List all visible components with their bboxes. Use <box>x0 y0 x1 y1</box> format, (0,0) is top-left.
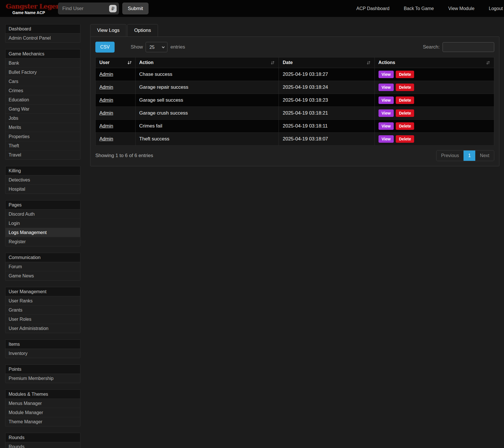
sidebar-item-forum[interactable]: Forum <box>5 262 80 271</box>
entries-summary: Showing 1 to 6 of 6 entries <box>95 153 153 159</box>
tab-options[interactable]: Options <box>127 24 158 36</box>
sidebar-item-bullet-factory[interactable]: Bullet Factory <box>5 68 80 77</box>
action-cell: Garage crush success <box>135 107 279 120</box>
logo[interactable]: Gangster Legends Game Name ACP <box>6 2 52 15</box>
previous-page-button[interactable]: Previous <box>437 150 464 161</box>
sidebar-item-user-roles[interactable]: User Roles <box>5 315 80 324</box>
sidebar-item-login[interactable]: Login <box>5 219 80 228</box>
points-icon: ₽ <box>109 5 117 12</box>
date-cell: 2025-04-19 03:18:11 <box>279 120 374 133</box>
csv-export-button[interactable]: CSV <box>95 42 115 53</box>
actions-cell: ViewDelete <box>374 107 494 120</box>
delete-button[interactable]: Delete <box>396 122 414 130</box>
view-button[interactable]: View <box>379 122 394 130</box>
view-button[interactable]: View <box>379 109 394 117</box>
table-header-row: User <box>96 57 494 68</box>
sidebar-item-discord-auth[interactable]: Discord Auth <box>5 210 80 219</box>
delete-button[interactable]: Delete <box>396 84 414 91</box>
date-cell: 2025-04-19 03:18:27 <box>279 68 374 81</box>
submit-button[interactable]: Submit <box>122 3 148 14</box>
sidebar-section-title: Dashboard <box>5 24 80 34</box>
sidebar-item-user-administration[interactable]: User Administration <box>5 324 80 333</box>
sidebar-item-theme-manager[interactable]: Theme Manager <box>5 417 80 426</box>
sidebar-item-grants[interactable]: Grants <box>5 306 80 315</box>
sidebar-item-crimes[interactable]: Crimes <box>5 86 80 95</box>
delete-button[interactable]: Delete <box>396 109 414 117</box>
search-input[interactable] <box>443 42 494 52</box>
user-cell: Admin <box>96 133 136 146</box>
table-row: AdminChase success2025-04-19 03:18:27Vie… <box>96 68 494 81</box>
page-size-select-wrap: 25 <box>146 42 167 52</box>
column-label: Actions <box>379 60 395 65</box>
user-link[interactable]: Admin <box>99 72 113 77</box>
column-header-action[interactable]: Action <box>135 57 279 68</box>
sidebar-section-title: Killing <box>5 166 80 175</box>
action-cell: Chase success <box>135 68 279 81</box>
sidebar-item-theft[interactable]: Theft <box>5 141 80 150</box>
sidebar-item-travel[interactable]: Travel <box>5 150 80 159</box>
sidebar-section-communication: CommunicationForumGame News <box>5 253 80 281</box>
user-cell: Admin <box>96 68 136 81</box>
column-header-date[interactable]: Date <box>279 57 374 68</box>
sidebar-item-rounds[interactable]: Rounds <box>5 442 80 448</box>
user-link[interactable]: Admin <box>99 110 113 116</box>
sidebar-item-game-news[interactable]: Game News <box>5 271 80 280</box>
sidebar-item-admin-control-panel[interactable]: Admin Control Panel <box>5 34 80 43</box>
sidebar-item-cars[interactable]: Cars <box>5 77 80 86</box>
user-link[interactable]: Admin <box>99 136 113 142</box>
sidebar-item-premium-membership[interactable]: Premium Membership <box>5 374 80 383</box>
sidebar-item-education[interactable]: Education <box>5 95 80 105</box>
sidebar-section-title: Rounds <box>5 433 80 442</box>
search-label: Search: <box>423 44 440 50</box>
sidebar-item-module-manager[interactable]: Module Manager <box>5 408 80 417</box>
sidebar-item-bank[interactable]: Bank <box>5 59 80 68</box>
delete-button[interactable]: Delete <box>396 96 414 104</box>
next-page-button[interactable]: Next <box>475 150 494 161</box>
page-size-select[interactable]: 25 <box>146 42 167 52</box>
user-link[interactable]: Admin <box>99 97 113 103</box>
user-link[interactable]: Admin <box>99 84 113 90</box>
sidebar-section-rounds: RoundsRounds <box>5 433 80 448</box>
sidebar-section-title: Modules & Themes <box>5 390 80 399</box>
sidebar-item-gang-war[interactable]: Gang War <box>5 105 80 114</box>
column-header-actions[interactable]: Actions <box>374 57 494 68</box>
column-header-user[interactable]: User <box>96 57 136 68</box>
view-button[interactable]: View <box>379 135 394 143</box>
view-button[interactable]: View <box>379 84 394 91</box>
delete-button[interactable]: Delete <box>396 71 414 78</box>
nav-acp-dashboard[interactable]: ACP Dashboard <box>356 6 389 11</box>
date-cell: 2025-04-19 03:18:21 <box>279 107 374 120</box>
main-content: View Logs Options CSV Show 25 entries <box>90 24 499 166</box>
view-button[interactable]: View <box>379 71 394 78</box>
logs-table: User <box>95 57 494 146</box>
sidebar-item-logs-management[interactable]: Logs Management <box>5 228 80 237</box>
table-row: AdminGarage repair success2025-04-19 03:… <box>96 81 494 94</box>
sidebar-item-merits[interactable]: Merits <box>5 123 80 132</box>
logo-title: Gangster Legends <box>6 2 52 10</box>
sidebar-item-inventory[interactable]: Inventory <box>5 349 80 358</box>
sidebar-item-properties[interactable]: Properties <box>5 132 80 141</box>
table-row: AdminGarage crush success2025-04-19 03:1… <box>96 107 494 120</box>
table-row: AdminTheft success2025-04-19 03:18:07Vie… <box>96 133 494 146</box>
sidebar-item-menus-manager[interactable]: Menus Manager <box>5 399 80 408</box>
sidebar-item-detectives[interactable]: Detectives <box>5 175 80 185</box>
action-cell: Theft success <box>135 133 279 146</box>
tab-view-logs[interactable]: View Logs <box>90 24 126 36</box>
sidebar-item-jobs[interactable]: Jobs <box>5 114 80 123</box>
sidebar-section-pages: PagesDiscord AuthLoginLogs ManagementReg… <box>5 200 80 246</box>
logo-subtitle: Game Name ACP <box>6 10 52 15</box>
nav-back-to-game[interactable]: Back To Game <box>404 6 434 11</box>
view-button[interactable]: View <box>379 96 394 104</box>
sidebar-item-user-ranks[interactable]: User Ranks <box>5 296 80 306</box>
column-label: Date <box>283 60 293 65</box>
user-link[interactable]: Admin <box>99 123 113 129</box>
sidebar-item-register[interactable]: Register <box>5 237 80 246</box>
sidebar-section-killing: KillingDetectivesHospital <box>5 166 80 194</box>
nav-logout[interactable]: Logout <box>489 6 503 11</box>
action-cell: Garage sell success <box>135 94 279 107</box>
search-group: Search: <box>423 42 494 52</box>
sidebar-item-hospital[interactable]: Hospital <box>5 185 80 194</box>
nav-view-module[interactable]: View Module <box>448 6 474 11</box>
delete-button[interactable]: Delete <box>396 135 414 143</box>
page-1-button[interactable]: 1 <box>464 150 475 161</box>
